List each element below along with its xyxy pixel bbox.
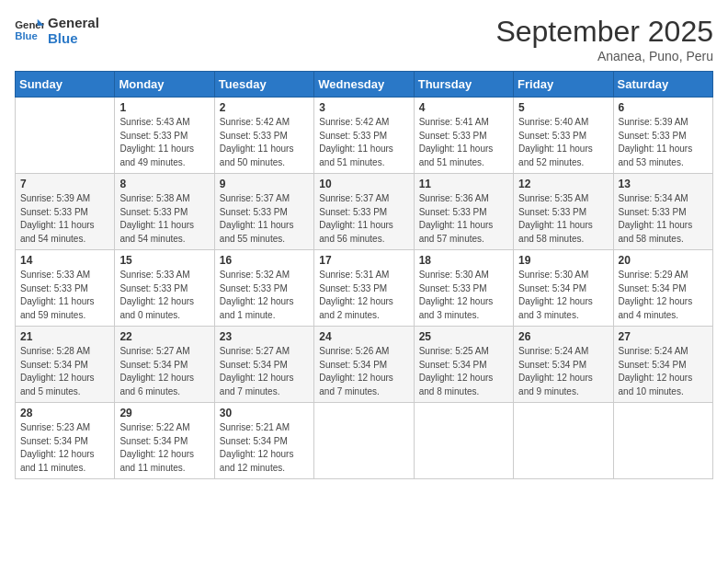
- weekday-header-monday: Monday: [115, 72, 214, 98]
- calendar-cell: 9Sunrise: 5:37 AMSunset: 5:33 PMDaylight…: [214, 174, 313, 250]
- logo-icon: General Blue: [15, 17, 44, 43]
- day-info: Sunrise: 5:24 AMSunset: 5:34 PMDaylight:…: [619, 345, 708, 398]
- week-row-4: 21Sunrise: 5:28 AMSunset: 5:34 PMDayligh…: [16, 327, 713, 403]
- week-row-2: 7Sunrise: 5:39 AMSunset: 5:33 PMDaylight…: [16, 174, 713, 250]
- calendar-cell: 7Sunrise: 5:39 AMSunset: 5:33 PMDaylight…: [16, 174, 115, 250]
- calendar-cell: 8Sunrise: 5:38 AMSunset: 5:33 PMDaylight…: [115, 174, 214, 250]
- day-info: Sunrise: 5:30 AMSunset: 5:33 PMDaylight:…: [419, 269, 508, 322]
- day-number: 6: [619, 101, 708, 114]
- day-number: 19: [518, 254, 608, 267]
- weekday-header-friday: Friday: [514, 72, 613, 98]
- day-number: 9: [220, 178, 309, 190]
- calendar-cell: 24Sunrise: 5:26 AMSunset: 5:34 PMDayligh…: [314, 327, 414, 403]
- day-info: Sunrise: 5:33 AMSunset: 5:33 PMDaylight:…: [20, 269, 109, 322]
- day-number: 25: [419, 330, 508, 343]
- day-info: Sunrise: 5:42 AMSunset: 5:33 PMDaylight:…: [220, 116, 309, 169]
- svg-text:Blue: Blue: [15, 30, 38, 41]
- day-number: 2: [220, 101, 309, 114]
- day-info: Sunrise: 5:23 AMSunset: 5:34 PMDaylight:…: [20, 421, 109, 475]
- day-info: Sunrise: 5:40 AMSunset: 5:33 PMDaylight:…: [518, 116, 608, 169]
- day-info: Sunrise: 5:42 AMSunset: 5:33 PMDaylight:…: [319, 116, 408, 169]
- calendar-cell: [613, 403, 712, 479]
- calendar-cell: 21Sunrise: 5:28 AMSunset: 5:34 PMDayligh…: [16, 327, 115, 403]
- day-number: 23: [220, 330, 309, 343]
- calendar-cell: 10Sunrise: 5:37 AMSunset: 5:33 PMDayligh…: [314, 174, 414, 250]
- day-info: Sunrise: 5:29 AMSunset: 5:34 PMDaylight:…: [619, 269, 708, 322]
- day-info: Sunrise: 5:22 AMSunset: 5:34 PMDaylight:…: [119, 421, 209, 475]
- day-number: 14: [20, 254, 109, 267]
- day-info: Sunrise: 5:26 AMSunset: 5:34 PMDaylight:…: [319, 345, 408, 398]
- day-number: 24: [319, 330, 408, 343]
- day-info: Sunrise: 5:34 AMSunset: 5:33 PMDaylight:…: [619, 192, 708, 246]
- day-number: 28: [20, 407, 109, 419]
- calendar-cell: 6Sunrise: 5:39 AMSunset: 5:33 PMDaylight…: [613, 98, 712, 174]
- calendar-cell: 18Sunrise: 5:30 AMSunset: 5:33 PMDayligh…: [414, 250, 513, 327]
- day-number: 4: [419, 101, 508, 114]
- day-info: Sunrise: 5:35 AMSunset: 5:33 PMDaylight:…: [518, 192, 608, 246]
- calendar-cell: [314, 403, 414, 479]
- day-info: Sunrise: 5:39 AMSunset: 5:33 PMDaylight:…: [619, 116, 708, 169]
- calendar-cell: 1Sunrise: 5:43 AMSunset: 5:33 PMDaylight…: [115, 98, 214, 174]
- calendar-cell: 14Sunrise: 5:33 AMSunset: 5:33 PMDayligh…: [16, 250, 115, 327]
- day-number: 18: [419, 254, 508, 267]
- page-header: General Blue General Blue September 2025…: [15, 15, 713, 63]
- weekday-header-sunday: Sunday: [16, 72, 115, 98]
- weekday-header-thursday: Thursday: [414, 72, 513, 98]
- calendar-cell: 4Sunrise: 5:41 AMSunset: 5:33 PMDaylight…: [414, 98, 513, 174]
- day-number: 21: [20, 330, 109, 343]
- weekday-header-row: SundayMondayTuesdayWednesdayThursdayFrid…: [16, 72, 713, 98]
- day-info: Sunrise: 5:30 AMSunset: 5:34 PMDaylight:…: [518, 269, 608, 322]
- calendar-cell: 23Sunrise: 5:27 AMSunset: 5:34 PMDayligh…: [214, 327, 313, 403]
- day-info: Sunrise: 5:24 AMSunset: 5:34 PMDaylight:…: [518, 345, 608, 398]
- day-number: 27: [619, 330, 708, 343]
- day-info: Sunrise: 5:31 AMSunset: 5:33 PMDaylight:…: [319, 269, 408, 322]
- calendar-table: SundayMondayTuesdayWednesdayThursdayFrid…: [15, 71, 713, 479]
- calendar-cell: 11Sunrise: 5:36 AMSunset: 5:33 PMDayligh…: [414, 174, 513, 250]
- day-info: Sunrise: 5:36 AMSunset: 5:33 PMDaylight:…: [419, 192, 508, 246]
- location: Ananea, Puno, Peru: [495, 49, 713, 63]
- weekday-header-saturday: Saturday: [613, 72, 712, 98]
- calendar-cell: 27Sunrise: 5:24 AMSunset: 5:34 PMDayligh…: [613, 327, 712, 403]
- day-info: Sunrise: 5:38 AMSunset: 5:33 PMDaylight:…: [119, 192, 209, 246]
- calendar-cell: 2Sunrise: 5:42 AMSunset: 5:33 PMDaylight…: [214, 98, 313, 174]
- calendar-cell: 26Sunrise: 5:24 AMSunset: 5:34 PMDayligh…: [514, 327, 613, 403]
- calendar-cell: 16Sunrise: 5:32 AMSunset: 5:33 PMDayligh…: [214, 250, 313, 327]
- day-number: 7: [20, 178, 109, 190]
- calendar-cell: 29Sunrise: 5:22 AMSunset: 5:34 PMDayligh…: [115, 403, 214, 479]
- calendar-cell: 17Sunrise: 5:31 AMSunset: 5:33 PMDayligh…: [314, 250, 414, 327]
- logo-blue-text: Blue: [48, 30, 99, 46]
- logo: General Blue General Blue: [15, 15, 99, 47]
- day-number: 15: [119, 254, 209, 267]
- day-number: 8: [119, 178, 209, 190]
- day-number: 20: [619, 254, 708, 267]
- day-number: 10: [319, 178, 408, 190]
- week-row-5: 28Sunrise: 5:23 AMSunset: 5:34 PMDayligh…: [16, 403, 713, 479]
- day-info: Sunrise: 5:43 AMSunset: 5:33 PMDaylight:…: [119, 116, 209, 169]
- calendar-cell: 30Sunrise: 5:21 AMSunset: 5:34 PMDayligh…: [214, 403, 313, 479]
- title-block: September 2025 Ananea, Puno, Peru: [495, 15, 713, 63]
- calendar-cell: 13Sunrise: 5:34 AMSunset: 5:33 PMDayligh…: [613, 174, 712, 250]
- calendar-cell: 25Sunrise: 5:25 AMSunset: 5:34 PMDayligh…: [414, 327, 513, 403]
- day-info: Sunrise: 5:37 AMSunset: 5:33 PMDaylight:…: [319, 192, 408, 246]
- day-number: 5: [518, 101, 608, 114]
- month-title: September 2025: [495, 15, 713, 49]
- day-number: 22: [119, 330, 209, 343]
- calendar-cell: 28Sunrise: 5:23 AMSunset: 5:34 PMDayligh…: [16, 403, 115, 479]
- weekday-header-tuesday: Tuesday: [214, 72, 313, 98]
- day-number: 1: [119, 101, 209, 114]
- day-number: 26: [518, 330, 608, 343]
- day-info: Sunrise: 5:25 AMSunset: 5:34 PMDaylight:…: [419, 345, 508, 398]
- day-info: Sunrise: 5:33 AMSunset: 5:33 PMDaylight:…: [119, 269, 209, 322]
- day-info: Sunrise: 5:41 AMSunset: 5:33 PMDaylight:…: [419, 116, 508, 169]
- day-info: Sunrise: 5:39 AMSunset: 5:33 PMDaylight:…: [20, 192, 109, 246]
- calendar-cell: 15Sunrise: 5:33 AMSunset: 5:33 PMDayligh…: [115, 250, 214, 327]
- day-number: 11: [419, 178, 508, 190]
- calendar-cell: 22Sunrise: 5:27 AMSunset: 5:34 PMDayligh…: [115, 327, 214, 403]
- week-row-3: 14Sunrise: 5:33 AMSunset: 5:33 PMDayligh…: [16, 250, 713, 327]
- calendar-cell: 5Sunrise: 5:40 AMSunset: 5:33 PMDaylight…: [514, 98, 613, 174]
- week-row-1: 1Sunrise: 5:43 AMSunset: 5:33 PMDaylight…: [16, 98, 713, 174]
- day-number: 3: [319, 101, 408, 114]
- day-number: 16: [220, 254, 309, 267]
- day-info: Sunrise: 5:21 AMSunset: 5:34 PMDaylight:…: [220, 421, 309, 475]
- calendar-cell: [16, 98, 115, 174]
